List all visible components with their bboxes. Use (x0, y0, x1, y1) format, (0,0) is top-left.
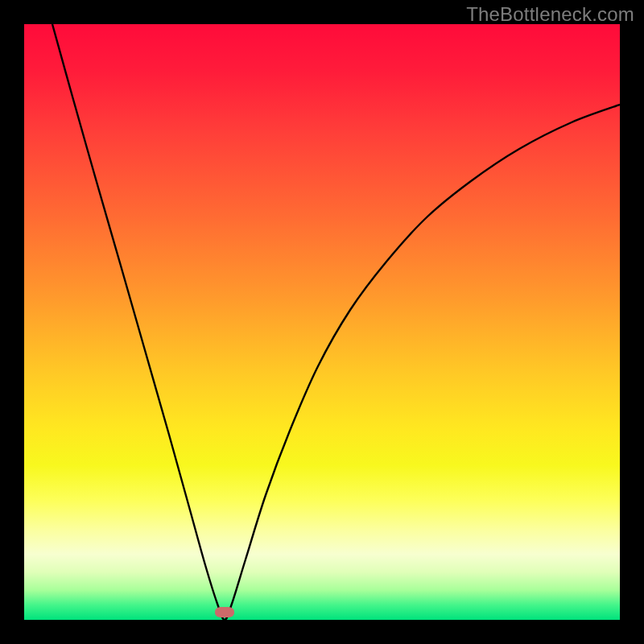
chart-frame (24, 24, 620, 620)
watermark-text: TheBottleneck.com (466, 3, 634, 26)
optimal-marker (215, 607, 234, 617)
bottleneck-curve (24, 24, 620, 620)
curve-path (52, 24, 620, 620)
